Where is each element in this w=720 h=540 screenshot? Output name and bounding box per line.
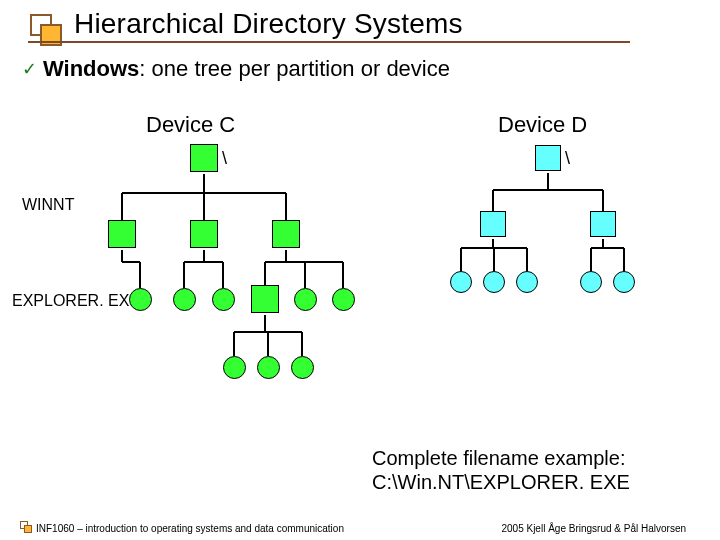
page-title: Hierarchical Directory Systems [74, 8, 463, 40]
d-file-l2 [483, 271, 505, 293]
footer-right: 2005 Kjell Åge Bringsrud & Pål Halvorsen [501, 523, 686, 534]
d-dir-right [590, 211, 616, 237]
c-file-m2 [212, 288, 235, 311]
c-bar-l4 [234, 331, 302, 333]
title-underline [28, 41, 630, 43]
d-bar-l2 [493, 189, 603, 191]
c-leaf-3 [291, 356, 314, 379]
d-dir-left [480, 211, 506, 237]
example-text: Complete filename example: C:\Win.NT\EXP… [372, 446, 630, 494]
c-bar-right-l3 [265, 261, 343, 263]
d-bar-right-l3 [591, 247, 624, 249]
d-file-r1 [580, 271, 602, 293]
c-dir-2 [190, 220, 218, 248]
c-file-r2 [332, 288, 355, 311]
c-bar-mid-l3 [184, 261, 223, 263]
d-bar-left-l3 [461, 247, 527, 249]
c-dir-3 [272, 220, 300, 248]
c-root-square [190, 144, 218, 172]
winnt-label: WINNT [22, 196, 74, 214]
bullet-rest: : one tree per partition or device [139, 56, 450, 81]
bullet-strong: Windows [43, 56, 139, 81]
example-line1: Complete filename example: [372, 447, 625, 469]
c-subdir [251, 285, 279, 313]
c-file-r1 [294, 288, 317, 311]
d-file-l1 [450, 271, 472, 293]
c-connectors [0, 96, 720, 426]
c-file-explorer [129, 288, 152, 311]
device-d-label: Device D [498, 112, 587, 138]
title-area: Hierarchical Directory Systems [0, 0, 720, 48]
slide: Hierarchical Directory Systems ✓ Windows… [0, 0, 720, 540]
c-leaf-1 [223, 356, 246, 379]
d-file-r2 [613, 271, 635, 293]
d-root [535, 145, 561, 171]
c-bar-l2 [122, 192, 286, 194]
device-c-root-label: \ [222, 148, 227, 169]
check-icon: ✓ [22, 58, 37, 80]
footer-left: INF1060 – introduction to operating syst… [36, 523, 344, 534]
footer-logo [20, 521, 33, 536]
bullet-row: ✓ Windows: one tree per partition or dev… [22, 56, 450, 82]
c-dir-winnt [108, 220, 136, 248]
c-leaf-2 [257, 356, 280, 379]
bullet-text: Windows: one tree per partition or devic… [43, 56, 450, 82]
example-line2: C:\Win.NT\EXPLORER. EXE [372, 471, 630, 493]
device-d-root-label: \ [565, 148, 570, 169]
c-file-m1 [173, 288, 196, 311]
diagram: Device C \ WINNT EXPLORER. EXE [0, 96, 720, 426]
explorer-label: EXPLORER. EXE [12, 292, 140, 310]
d-connectors [0, 96, 720, 426]
device-c-label: Device C [146, 112, 235, 138]
d-file-l3 [516, 271, 538, 293]
